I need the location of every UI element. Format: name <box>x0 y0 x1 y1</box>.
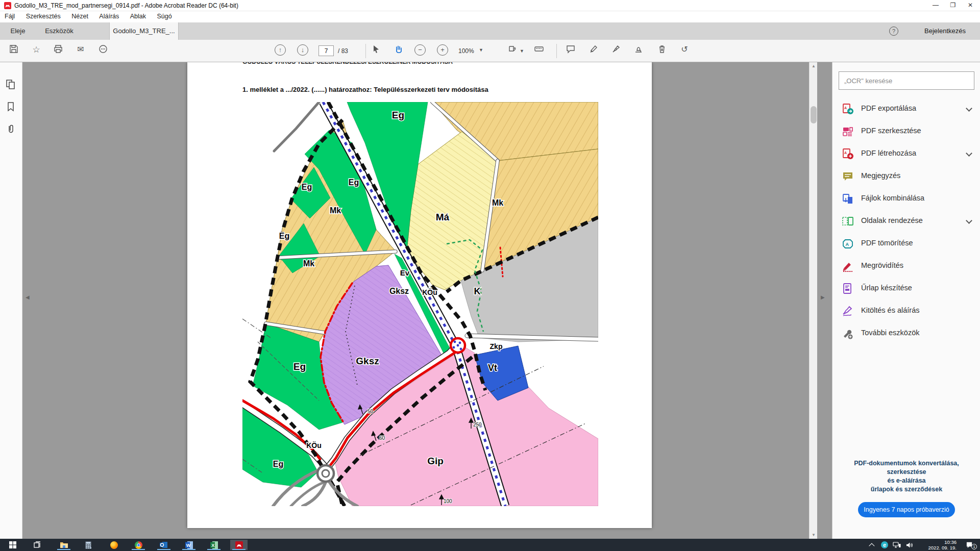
gray-road-top <box>274 102 319 151</box>
tab-bar: Eleje Eszközök Godollo_M3_TRE_... ✕ ? Be… <box>0 22 980 40</box>
help-icon[interactable]: ? <box>889 27 898 36</box>
menu-help[interactable]: Súgó <box>153 11 177 21</box>
antivirus-tray-icon[interactable]: e <box>879 540 890 550</box>
tool-more-tools[interactable]: További eszközök <box>832 322 980 345</box>
tab-document-label: Godollo_M3_TRE_... <box>113 27 175 35</box>
menu-edit[interactable]: Szerkesztés <box>21 11 65 21</box>
delete-icon[interactable] <box>655 44 669 58</box>
scroll-down-icon[interactable]: ▼ <box>810 531 818 539</box>
right-pane-toggle-icon[interactable]: ▶ <box>821 294 825 300</box>
map-label-zkp: Zkp <box>490 342 503 350</box>
minimize-button[interactable]: — <box>927 0 944 11</box>
stamp-icon[interactable] <box>632 44 645 58</box>
map-label-gip: Gip <box>427 456 444 466</box>
tool-comment[interactable]: Megjegyzés <box>832 165 980 188</box>
zoom-out-icon[interactable]: − <box>414 44 426 56</box>
zoom-level-value[interactable]: 100% <box>458 47 474 55</box>
select-tool-icon[interactable] <box>370 44 383 58</box>
tab-document[interactable]: Godollo_M3_TRE_... ✕ <box>109 22 179 40</box>
rotate-icon[interactable]: ↺ <box>678 44 691 58</box>
tab-home[interactable]: Eleje <box>2 22 34 40</box>
tool-edit-pdf[interactable]: PDF szerkesztése <box>832 120 980 143</box>
attachments-icon[interactable] <box>5 123 17 136</box>
menu-view[interactable]: Nézet <box>67 11 93 21</box>
comment-icon[interactable] <box>564 44 577 58</box>
tools-panel: A PDF exportálása PDF szerkesztése A PDF… <box>832 62 980 539</box>
volume-tray-icon[interactable] <box>903 540 915 550</box>
scroll-up-icon[interactable]: ▲ <box>810 62 818 70</box>
document-canvas[interactable]: GÖDÖLLŐ VÁROS TELEPÜLÉSRENDEZÉSI ESZKÖZE… <box>22 62 832 539</box>
close-button[interactable]: ✕ <box>962 0 979 11</box>
zoom-dropdown-icon[interactable]: ▼ <box>479 47 483 53</box>
chevron-down-icon[interactable] <box>966 150 972 157</box>
taskbar-clock[interactable]: 10:36 2022. 09. 19. <box>917 539 957 550</box>
notification-badge: 1 <box>971 544 977 549</box>
sign-in-button[interactable]: Bejelentkezés <box>924 27 966 35</box>
page-thumbnails-icon[interactable] <box>5 79 17 91</box>
chrome-icon[interactable] <box>130 540 147 550</box>
print-icon[interactable] <box>52 44 65 58</box>
tray-expand-icon[interactable] <box>868 540 878 550</box>
chevron-down-icon[interactable] <box>966 105 972 112</box>
acrobat-taskbar-icon[interactable] <box>230 540 248 550</box>
tool-export-pdf[interactable]: A PDF exportálása <box>832 98 980 120</box>
network-tray-icon[interactable] <box>891 540 902 550</box>
menu-window[interactable]: Ablak <box>126 11 151 21</box>
taskbar: W X e 10:36 2022. 09. 19. 1 <box>0 539 980 551</box>
bookmarks-icon[interactable] <box>5 101 17 113</box>
maximize-button[interactable]: ❐ <box>944 0 962 11</box>
file-explorer-icon[interactable] <box>55 540 72 550</box>
chevron-down-icon[interactable] <box>966 217 972 224</box>
outlook-icon[interactable] <box>155 540 173 550</box>
tools-search-input[interactable] <box>839 71 974 90</box>
email-icon[interactable]: ✉ <box>74 44 87 58</box>
tab-tools[interactable]: Eszközök <box>39 22 80 40</box>
vertical-scrollbar[interactable]: ▲ ▼ <box>809 62 817 539</box>
hand-tool-icon[interactable] <box>392 44 405 58</box>
tool-create-pdf[interactable]: A PDF létrehozása <box>832 143 980 165</box>
free-trial-button[interactable]: Ingyenes 7 napos próbaverzió <box>858 502 955 517</box>
map-label-kou-upper: KÖu <box>422 288 437 296</box>
highlight-icon[interactable] <box>587 44 600 58</box>
scrolling-mode-icon[interactable] <box>532 44 546 58</box>
map-measure-250: 250 <box>473 422 482 428</box>
page-total-label: / 83 <box>338 47 348 55</box>
next-page-icon[interactable]: ↓ <box>297 44 308 56</box>
star-icon[interactable]: ☆ <box>30 44 43 58</box>
acrobat-app-icon <box>4 2 11 9</box>
calculator-icon[interactable] <box>80 540 97 550</box>
start-button[interactable] <box>4 540 21 550</box>
map-label-k: K <box>474 286 481 296</box>
excel-icon[interactable]: X <box>205 540 223 550</box>
map-label-mk-right: Mk <box>492 198 503 207</box>
fit-dropdown-icon[interactable]: ▼ <box>520 48 524 54</box>
task-view-button[interactable] <box>29 540 46 550</box>
word-icon[interactable]: W <box>180 540 198 550</box>
left-pane-toggle-icon[interactable]: ◀ <box>26 294 30 300</box>
toolbar-divider <box>556 44 557 58</box>
menu-file[interactable]: Fájl <box>0 11 19 21</box>
menu-sign[interactable]: Aláírás <box>94 11 124 21</box>
tool-organize-pages[interactable]: Oldalak rendezése <box>832 210 980 233</box>
tool-compress-pdf[interactable]: A PDF tömörítése <box>832 233 980 255</box>
open-indicator <box>182 549 195 550</box>
scrollbar-thumb[interactable] <box>811 106 817 123</box>
page-number-input[interactable] <box>318 45 334 56</box>
firefox-icon[interactable] <box>105 540 122 550</box>
save-icon[interactable] <box>7 44 20 58</box>
tool-redact[interactable]: Megrövidítés <box>832 255 980 278</box>
promo-text: PDF-dokumentumok konvertálása, szerkeszt… <box>838 459 975 494</box>
organize-pages-icon <box>842 215 854 228</box>
open-indicator <box>57 549 70 550</box>
tool-combine-files[interactable]: Fájlok kombinálása <box>832 188 980 210</box>
tool-prepare-form[interactable]: Űrlap készítése <box>832 278 980 300</box>
zoom-in-icon[interactable]: + <box>437 44 448 56</box>
notification-center-icon[interactable]: 1 <box>962 540 977 550</box>
tool-fill-sign[interactable]: Kitöltés és aláírás <box>832 300 980 322</box>
more-options-icon[interactable] <box>96 44 110 58</box>
map-label-eg-north: Eg <box>392 110 404 120</box>
sign-pen-icon[interactable] <box>609 44 623 58</box>
fit-width-icon[interactable] <box>506 44 520 58</box>
previous-page-icon[interactable]: ↑ <box>275 44 286 56</box>
map-label-mk-lower: Mk <box>303 259 314 268</box>
